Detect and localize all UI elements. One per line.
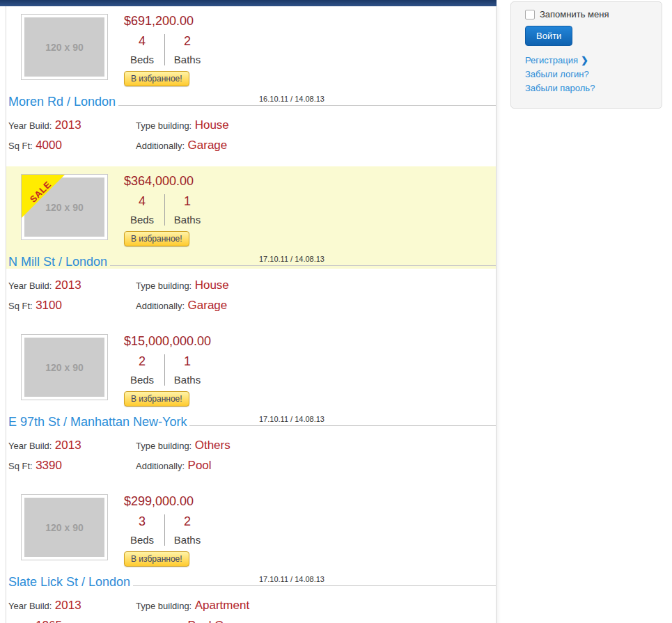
sqft-value: 3390: [36, 459, 62, 472]
property-thumbnail[interactable]: 120 x 90: [21, 14, 108, 80]
divider: [189, 421, 258, 426]
type-building-value: Apartment: [195, 599, 249, 612]
additionally-label: Additionally:: [136, 301, 185, 311]
sqft-value: 1265: [36, 619, 62, 623]
login-button[interactable]: Войти: [525, 26, 572, 46]
year-build-value: 2013: [55, 278, 81, 292]
listing-card: 120 x 90 $299,000.00 3 Beds 2: [6, 487, 496, 623]
listing-top: SALE 120 x 90 $364,000.00 4 Beds: [6, 166, 496, 269]
add-to-favorites-button[interactable]: В избранное!: [124, 391, 189, 407]
divider: [326, 101, 496, 106]
year-build-value: 2013: [55, 118, 81, 132]
beds-count: 4: [124, 34, 160, 49]
additionally-value: Pool Garage: [188, 619, 254, 623]
listing-top: 120 x 90 $15,000,000.00 2 Beds 1: [6, 326, 496, 429]
remember-me-label: Запомнить меня: [540, 9, 609, 19]
divider: [326, 581, 496, 586]
sqft-value: 3100: [36, 299, 62, 312]
address-link[interactable]: N Mill St / London: [8, 255, 107, 269]
listing-dates: 17.10.11 / 14.08.13: [258, 575, 326, 586]
type-building-value: House: [195, 118, 229, 132]
listings-container: 120 x 90 $691,200.00 4 Beds 2: [6, 6, 497, 623]
baths-label: Baths: [169, 534, 205, 546]
sqft-label: Sq Ft:: [8, 461, 33, 471]
beds-count: 2: [124, 354, 160, 369]
year-build-label: Year Build:: [8, 601, 52, 611]
price: $299,000.00: [124, 494, 194, 509]
beds-label: Beds: [124, 54, 160, 65]
listings-column: 120 x 90 $691,200.00 4 Beds 2: [0, 0, 497, 623]
divider: [164, 354, 165, 386]
year-build-label: Year Build:: [8, 441, 52, 451]
property-thumbnail[interactable]: SALE 120 x 90: [21, 174, 108, 240]
type-building-label: Type building:: [136, 120, 192, 131]
listing-dates: 17.10.11 / 14.08.13: [258, 255, 326, 266]
add-to-favorites-button[interactable]: В избранное!: [124, 551, 189, 567]
remember-me-checkbox[interactable]: [525, 10, 535, 19]
additionally-label: Additionally:: [136, 461, 185, 471]
listing-card: 120 x 90 $15,000,000.00 2 Beds 1: [6, 326, 496, 487]
type-building-value: House: [195, 278, 229, 292]
divider: [326, 261, 496, 266]
sqft-value: 4000: [36, 139, 62, 152]
forgot-password-link[interactable]: Забыли пароль?: [525, 81, 655, 95]
additionally-value: Garage: [188, 299, 228, 312]
beds-count: 3: [124, 514, 160, 529]
baths-label: Baths: [169, 214, 205, 226]
listing-details: Year Build: 2013 Type building: Apartmen…: [6, 589, 496, 623]
thumbnail-placeholder: 120 x 90: [24, 498, 104, 557]
address-row: N Mill St / London 17.10.11 / 14.08.13: [6, 249, 496, 266]
listing-card-featured: SALE 120 x 90 $364,000.00 4 Beds: [6, 166, 496, 326]
baths-count: 2: [169, 514, 205, 529]
beds-baths: 4 Beds 2 Baths: [124, 34, 205, 65]
listing-details: Year Build: 2013 Type building: House Sq…: [6, 109, 496, 166]
beds-label: Beds: [124, 214, 160, 226]
beds-baths: 2 Beds 1 Baths: [124, 354, 205, 386]
property-thumbnail[interactable]: 120 x 90: [21, 494, 108, 560]
address-link[interactable]: Slate Lick St / London: [8, 575, 130, 590]
divider: [110, 261, 258, 266]
divider: [133, 581, 258, 586]
address-row: E 97th St / Manhattan New-York 17.10.11 …: [6, 409, 496, 426]
chevron-right-icon: ❯: [581, 55, 588, 65]
add-to-favorites-button[interactable]: В избранное!: [124, 71, 189, 86]
divider: [164, 514, 165, 546]
year-build-value: 2013: [55, 439, 81, 452]
thumbnail-placeholder: 120 x 90: [24, 17, 104, 77]
beds-baths: 4 Beds 1 Baths: [124, 194, 205, 226]
divider: [164, 194, 165, 226]
beds-label: Beds: [124, 374, 160, 386]
property-thumbnail[interactable]: 120 x 90: [21, 334, 108, 400]
additionally-value: Pool: [188, 459, 212, 472]
year-build-value: 2013: [55, 599, 81, 612]
login-links: Регистрация❯ Забыли логин? Забыли пароль…: [525, 54, 655, 95]
additionally-label: Additionally:: [136, 141, 185, 151]
year-build-label: Year Build:: [8, 120, 52, 131]
baths-count: 1: [169, 354, 205, 369]
address-link[interactable]: E 97th St / Manhattan New-York: [8, 415, 187, 429]
baths-label: Baths: [169, 54, 205, 65]
listing-top: 120 x 90 $691,200.00 4 Beds 2: [6, 6, 496, 109]
baths-count: 1: [169, 194, 205, 209]
price: $15,000,000.00: [124, 334, 211, 349]
remember-me-row: Запомнить меня: [525, 9, 655, 19]
listing-card: 120 x 90 $691,200.00 4 Beds 2: [6, 6, 496, 166]
listing-details: Year Build: 2013 Type building: Others S…: [6, 429, 496, 487]
divider: [164, 34, 165, 65]
year-build-label: Year Build:: [8, 281, 52, 291]
additionally-value: Garage: [188, 139, 228, 152]
forgot-login-link[interactable]: Забыли логин?: [525, 68, 655, 81]
add-to-favorites-button[interactable]: В избранное!: [124, 231, 189, 246]
register-link[interactable]: Регистрация❯: [525, 54, 655, 68]
type-building-label: Type building:: [136, 281, 192, 291]
listing-dates: 17.10.11 / 14.08.13: [258, 415, 326, 426]
login-panel: Запомнить меня Войти Регистрация❯ Забыли…: [510, 1, 662, 109]
sqft-label: Sq Ft:: [8, 301, 33, 311]
beds-baths: 3 Beds 2 Baths: [124, 514, 205, 546]
address-row: Moren Rd / London 16.10.11 / 14.08.13: [6, 89, 496, 106]
price: $691,200.00: [124, 14, 194, 29]
baths-label: Baths: [169, 374, 205, 386]
price: $364,000.00: [124, 174, 194, 189]
sqft-label: Sq Ft:: [8, 141, 33, 151]
address-link[interactable]: Moren Rd / London: [8, 95, 116, 109]
